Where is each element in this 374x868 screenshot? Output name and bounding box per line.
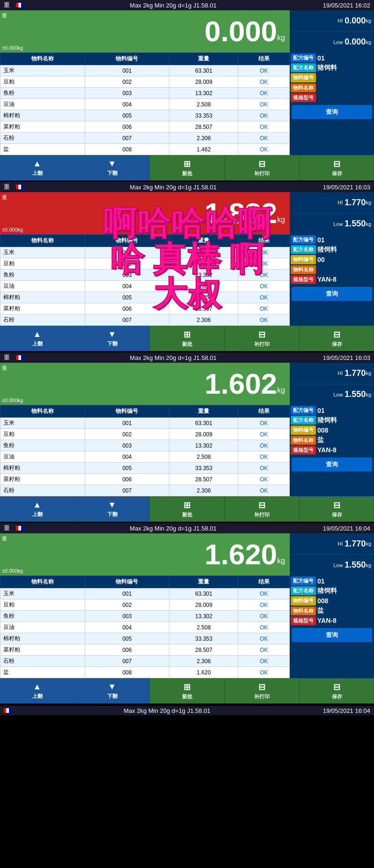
save-button[interactable]: ⊟保存 bbox=[300, 496, 374, 522]
up-button[interactable]: ▲上翻 bbox=[0, 496, 75, 522]
action-btn-icon: ⊟ bbox=[258, 500, 265, 510]
data-table: 物料名称物料编号重量结果玉米00163.301OK豆粕00228.009OK鱼粉… bbox=[0, 52, 290, 155]
table-cell: OK bbox=[238, 622, 290, 633]
weight-unit: kg bbox=[277, 216, 285, 228]
table-row: 菜籽粕00628.507OK bbox=[0, 474, 290, 485]
info-row: 物料名称盐 bbox=[291, 436, 373, 445]
table-row: 豆粕00228.009OK bbox=[0, 429, 290, 440]
new-batch-button[interactable]: ⊞新批 bbox=[150, 678, 225, 703]
table-cell: OK bbox=[238, 667, 290, 678]
table-row: 盐0081.462OK bbox=[0, 144, 290, 155]
table-cell: 33.353 bbox=[169, 463, 238, 474]
panel-panel4: 重 Max 2kg Min 20g d=1g J1.58.01 19/05/20… bbox=[0, 523, 374, 705]
down-button[interactable]: ▼下翻 bbox=[75, 496, 150, 522]
hi-label: HI bbox=[337, 370, 343, 376]
reprint-button[interactable]: ⊟补打印 bbox=[225, 326, 300, 351]
info-row: 物料编号008 bbox=[291, 596, 373, 605]
table-cell: 鱼粉 bbox=[0, 440, 85, 451]
table-row: 豆粕00228.009OK bbox=[0, 599, 290, 611]
table-cell: 玉米 bbox=[0, 588, 85, 599]
table-cell: 006 bbox=[85, 121, 169, 133]
table-info-wrapper: 物料名称物料编号重量结果玉米00163.301OK豆粕00228.009OK鱼粉… bbox=[0, 576, 374, 678]
weight-main-area: 重±0.000kg1.602kg HI 1.770 kg Low 1.550 k… bbox=[0, 363, 374, 405]
table-row: 盐0081.620OK bbox=[0, 667, 290, 678]
reprint-button[interactable]: ⊟补打印 bbox=[225, 496, 300, 522]
table-cell: 001 bbox=[85, 247, 169, 258]
table-cell: 006 bbox=[85, 474, 169, 485]
table-cell: OK bbox=[238, 314, 290, 326]
table-cell: 63.301 bbox=[169, 418, 238, 429]
table-header: 物料名称 bbox=[0, 576, 85, 588]
down-button[interactable]: ▼下翻 bbox=[75, 678, 150, 703]
table-cell: 002 bbox=[85, 599, 169, 611]
table-cell: 豆粕 bbox=[0, 258, 85, 269]
up-button[interactable]: ▲上翻 bbox=[0, 678, 75, 703]
weight-label: 重 bbox=[2, 12, 7, 19]
reprint-button[interactable]: ⊟补打印 bbox=[225, 155, 300, 180]
table-cell: OK bbox=[238, 485, 290, 496]
up-button[interactable]: ▲上翻 bbox=[0, 326, 75, 351]
query-button[interactable]: 查询 bbox=[292, 628, 372, 642]
table-cell: 豆油 bbox=[0, 281, 85, 292]
down-button[interactable]: ▼下翻 bbox=[75, 326, 150, 351]
info-value: 猪饲料 bbox=[317, 246, 373, 254]
new-batch-button[interactable]: ⊞新批 bbox=[150, 155, 225, 180]
weight-main-area: 重±0.000kg0.000kg HI 0.000 kg Low 0.000 k… bbox=[0, 10, 374, 52]
info-row: 物料名称盐 bbox=[291, 606, 373, 615]
save-button[interactable]: ⊟保存 bbox=[300, 678, 374, 703]
table-cell: 007 bbox=[85, 133, 169, 144]
table-row: 玉米00163.301OK bbox=[0, 65, 290, 76]
table-cell: 2.306 bbox=[169, 656, 238, 667]
data-table: 物料名称物料编号重量结果玉米00163.301OK豆粕00228.009OK鱼粉… bbox=[0, 405, 290, 496]
save-button[interactable]: ⊟保存 bbox=[300, 155, 374, 180]
data-table: 物料名称物料编号重量结果玉米00163.301OK豆粕00228.009OK鱼粉… bbox=[0, 576, 290, 678]
down-button[interactable]: ▼下翻 bbox=[75, 155, 150, 180]
weight-display-left: 重±0.000kg1.882kg bbox=[0, 192, 290, 234]
weight-zero-label: ±0.000kg bbox=[2, 397, 23, 403]
panel-panel1: 重 Max 2kg Min 20g d=1g J1.58.01 19/05/20… bbox=[0, 0, 374, 182]
table-cell: OK bbox=[238, 418, 290, 429]
info-row: 配方编号01 bbox=[291, 576, 373, 585]
table-cell: 菜籽粕 bbox=[0, 474, 85, 485]
info-value: 猪饲料 bbox=[317, 64, 373, 72]
query-button[interactable]: 查询 bbox=[292, 287, 372, 301]
query-button[interactable]: 查询 bbox=[292, 105, 372, 119]
query-button[interactable]: 查询 bbox=[292, 457, 372, 471]
action-btn-label: 下翻 bbox=[107, 693, 117, 700]
status-center: Max 2kg Min 20g d=1g J1.58.01 bbox=[130, 184, 216, 191]
up-button[interactable]: ▲上翻 bbox=[0, 155, 75, 180]
new-batch-button[interactable]: ⊞新批 bbox=[150, 326, 225, 351]
table-cell: 28.507 bbox=[169, 644, 238, 656]
info-row: 配方编号01 bbox=[291, 235, 373, 244]
table-cell: 豆粕 bbox=[0, 429, 85, 440]
table-cell: 28.009 bbox=[169, 76, 238, 88]
status-right: 19/05/2021 16:02 bbox=[323, 2, 370, 9]
table-cell: 004 bbox=[85, 451, 169, 463]
action-btn-label: 补打印 bbox=[254, 341, 270, 348]
table-row: 棉籽粕00533.353OK bbox=[0, 292, 290, 303]
action-btn-label: 上翻 bbox=[32, 693, 43, 700]
action-btn-icon: ▼ bbox=[108, 500, 117, 510]
table-header: 重量 bbox=[169, 576, 238, 588]
table-header: 物料编号 bbox=[85, 235, 169, 247]
weight-value: 1.620 bbox=[205, 540, 277, 569]
table-cell: 鱼粉 bbox=[0, 88, 85, 99]
weight-main-area: 重±0.000kg1.620kg HI 1.770 kg Low 1.550 k… bbox=[0, 533, 374, 576]
bottom-status-bar: Max 2kg Min 20g d=1g J1.58.01 19/05/2021… bbox=[0, 705, 374, 715]
info-row: 配方名称猪饲料 bbox=[291, 416, 373, 425]
bottom-left bbox=[4, 708, 11, 713]
logo-icon bbox=[16, 526, 23, 531]
info-label: 物料编号 bbox=[291, 255, 316, 264]
new-batch-button[interactable]: ⊞新批 bbox=[150, 496, 225, 522]
table-cell: 005 bbox=[85, 292, 169, 303]
table-cell: 63.301 bbox=[169, 65, 238, 76]
action-btn-label: 上翻 bbox=[32, 340, 43, 347]
table-header: 物料编号 bbox=[85, 53, 169, 65]
info-label: 规格型号 bbox=[291, 446, 316, 455]
table-row: 玉米00163.301OK bbox=[0, 418, 290, 429]
info-row: 物料编号 bbox=[291, 73, 373, 82]
reprint-button[interactable]: ⊟补打印 bbox=[225, 678, 300, 703]
table-cell: 28.507 bbox=[169, 303, 238, 314]
save-button[interactable]: ⊟保存 bbox=[300, 326, 374, 351]
action-btn-label: 保存 bbox=[332, 341, 342, 348]
